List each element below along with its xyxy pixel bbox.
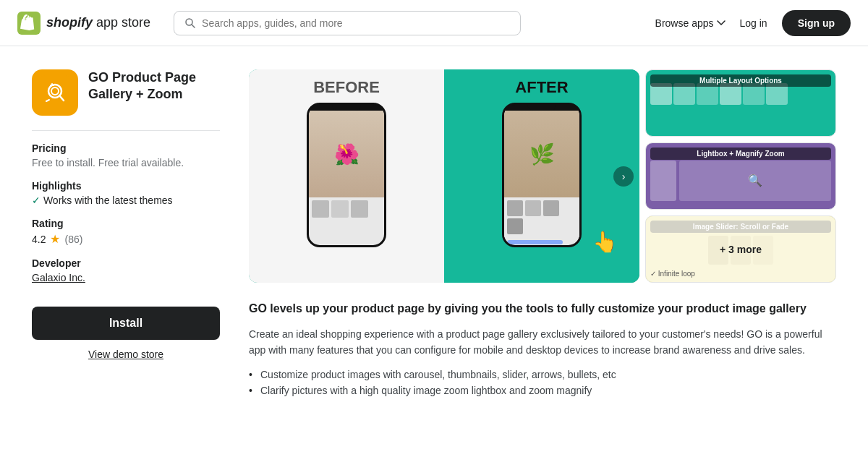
app-name: GO Product Page Gallery + Zoom: [88, 69, 196, 103]
nav-right: Browse apps Log in Sign up: [655, 10, 851, 36]
rating-row: 4.2 ★ (86): [32, 232, 220, 246]
rating-value: 4.2: [32, 234, 46, 245]
bullet-list: Customize product images with carousel, …: [249, 369, 836, 396]
before-label: BEFORE: [313, 78, 380, 97]
swipe-hand-icon: 👆: [592, 230, 618, 254]
svg-line-2: [192, 25, 195, 27]
search-icon: [184, 17, 196, 29]
pricing-label: Pricing: [32, 142, 220, 154]
app-icon: [32, 69, 78, 116]
highlights-section: Highlights Works with the latest themes: [32, 180, 220, 206]
browse-apps-button[interactable]: Browse apps: [655, 17, 726, 29]
bullet-item-1: Customize product images with carousel, …: [249, 369, 836, 380]
thumb-more-text: + 3 more: [720, 244, 762, 255]
description: GO levels up your product page by giving…: [249, 300, 836, 396]
thumb-card-3[interactable]: Image Slider: Scroll or Fade + 3 more ✓ …: [645, 215, 836, 283]
app-icon-graphic: [38, 75, 72, 110]
app-header: GO Product Page Gallery + Zoom: [32, 69, 220, 116]
phone-before: 🌺: [307, 103, 386, 247]
gallery-next-chevron[interactable]: ›: [613, 166, 634, 187]
sidebar: GO Product Page Gallery + Zoom Pricing F…: [32, 69, 249, 401]
description-title: GO levels up your product page by giving…: [249, 300, 836, 317]
shopify-logo-icon: [17, 12, 41, 35]
main-content: GO Product Page Gallery + Zoom Pricing F…: [14, 46, 854, 424]
rating-section: Rating 4.2 ★ (86): [32, 218, 220, 246]
thumb-card-1[interactable]: Multiple Layout Options: [645, 69, 836, 137]
thumb2-label: Lightbox + Magnify Zoom: [650, 148, 831, 160]
thumb-infinite-label: ✓ Infinite loop: [650, 270, 695, 278]
gallery-thumbs: Multiple Layout Options 🔍 Lightbox + Mag…: [645, 69, 836, 283]
search-bar: [174, 11, 521, 35]
gallery-main-image: BEFORE 🌺: [249, 69, 639, 283]
install-button[interactable]: Install: [32, 307, 220, 340]
after-label: AFTER: [515, 78, 568, 97]
bullet-item-2: Clarify pictures with a high quality ima…: [249, 385, 836, 396]
gallery: BEFORE 🌺: [249, 69, 836, 283]
review-count: (86): [64, 234, 82, 245]
phone-after: 🌿: [502, 103, 582, 247]
login-button[interactable]: Log in: [740, 17, 767, 29]
logo-text: shopify app store: [46, 15, 150, 30]
chevron-down-icon: [717, 20, 726, 26]
developer-section: Developer Galaxio Inc.: [32, 257, 220, 283]
gallery-main[interactable]: BEFORE 🌺: [249, 69, 639, 283]
after-panel: AFTER 🌿: [444, 69, 639, 283]
developer-link[interactable]: Galaxio Inc.: [32, 272, 85, 283]
highlights-label: Highlights: [32, 180, 220, 192]
thumb-card-2[interactable]: 🔍 Lightbox + Magnify Zoom: [645, 142, 836, 210]
divider-1: [32, 130, 220, 131]
right-content: BEFORE 🌺: [249, 69, 836, 401]
pricing-value: Free to install. Free trial available.: [32, 157, 220, 168]
rating-label: Rating: [32, 218, 220, 229]
pricing-section: Pricing Free to install. Free trial avai…: [32, 142, 220, 168]
signup-button[interactable]: Sign up: [782, 10, 851, 36]
thumb1-label: Multiple Layout Options: [650, 74, 831, 87]
logo[interactable]: shopify app store: [17, 12, 150, 35]
search-input[interactable]: [202, 17, 510, 29]
header: shopify app store Browse apps Log in Sig…: [0, 0, 868, 46]
highlight-item: Works with the latest themes: [32, 195, 220, 206]
svg-rect-3: [38, 75, 72, 110]
description-body: Create an ideal shopping experience with…: [249, 326, 836, 359]
star-icon: ★: [50, 232, 60, 246]
before-panel: BEFORE 🌺: [249, 69, 444, 283]
developer-label: Developer: [32, 257, 220, 269]
view-demo-link[interactable]: View demo store: [32, 349, 220, 360]
